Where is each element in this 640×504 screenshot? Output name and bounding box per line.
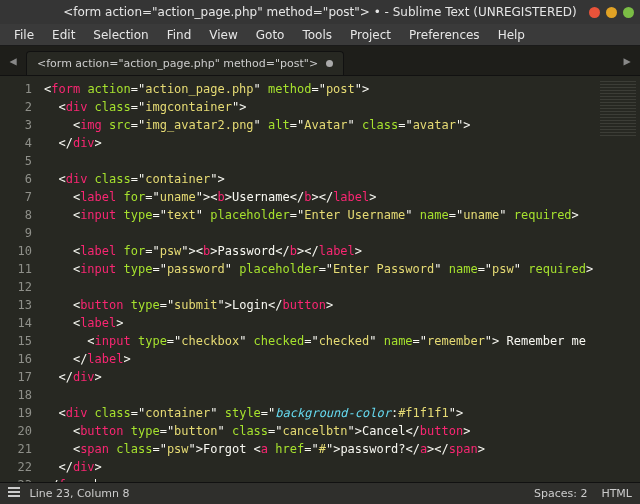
code-line[interactable] bbox=[44, 224, 596, 242]
code-line[interactable]: <input type="text" placeholder="Enter Us… bbox=[44, 206, 596, 224]
line-number: 3 bbox=[12, 116, 32, 134]
menu-item-goto[interactable]: Goto bbox=[248, 26, 293, 44]
line-number: 1 bbox=[12, 80, 32, 98]
menu-icon[interactable] bbox=[8, 487, 20, 500]
code-line[interactable] bbox=[44, 278, 596, 296]
editor[interactable]: 1234567891011121314151617181920212223 <f… bbox=[0, 76, 640, 482]
code-line[interactable]: <button type="submit">Login</button> bbox=[44, 296, 596, 314]
code-line[interactable]: <div class="container"> bbox=[44, 170, 596, 188]
menu-item-help[interactable]: Help bbox=[490, 26, 533, 44]
code-line[interactable]: <img src="img_avatar2.png" alt="Avatar" … bbox=[44, 116, 596, 134]
code-area[interactable]: <form action="action_page.php" method="p… bbox=[40, 76, 596, 482]
status-right: Spaces: 2 HTML bbox=[534, 487, 632, 500]
status-bar: Line 23, Column 8 Spaces: 2 HTML bbox=[0, 482, 640, 504]
line-number: 8 bbox=[12, 206, 32, 224]
line-number: 11 bbox=[12, 260, 32, 278]
line-number: 4 bbox=[12, 134, 32, 152]
code-line[interactable]: <div class="container" style="background… bbox=[44, 404, 596, 422]
line-number: 14 bbox=[12, 314, 32, 332]
status-left: Line 23, Column 8 bbox=[8, 487, 130, 501]
line-number: 15 bbox=[12, 332, 32, 350]
status-syntax[interactable]: HTML bbox=[601, 487, 632, 500]
window-title: <form action="action_page.php" method="p… bbox=[63, 5, 577, 19]
line-number: 9 bbox=[12, 224, 32, 242]
close-icon[interactable] bbox=[589, 7, 600, 18]
line-number: 20 bbox=[12, 422, 32, 440]
line-number: 22 bbox=[12, 458, 32, 476]
code-line[interactable]: </label> bbox=[44, 350, 596, 368]
menu-item-tools[interactable]: Tools bbox=[294, 26, 340, 44]
code-line[interactable] bbox=[44, 152, 596, 170]
line-number: 13 bbox=[12, 296, 32, 314]
title-bar: <form action="action_page.php" method="p… bbox=[0, 0, 640, 24]
line-number: 16 bbox=[12, 350, 32, 368]
menu-bar: FileEditSelectionFindViewGotoToolsProjec… bbox=[0, 24, 640, 46]
menu-item-find[interactable]: Find bbox=[159, 26, 200, 44]
tab-label: <form action="action_page.php" method="p… bbox=[37, 57, 318, 70]
line-number: 7 bbox=[12, 188, 32, 206]
window-buttons bbox=[589, 7, 634, 18]
line-number: 17 bbox=[12, 368, 32, 386]
code-line[interactable]: <label> bbox=[44, 314, 596, 332]
tab[interactable]: <form action="action_page.php" method="p… bbox=[26, 51, 344, 75]
line-number: 12 bbox=[12, 278, 32, 296]
minimap[interactable] bbox=[596, 76, 640, 482]
line-number: 19 bbox=[12, 404, 32, 422]
code-line[interactable]: <span class="psw">Forgot <a href="#">pas… bbox=[44, 440, 596, 458]
code-line[interactable]: <label for="psw"><b>Password</b></label> bbox=[44, 242, 596, 260]
code-line[interactable]: </form> bbox=[44, 476, 596, 482]
code-line[interactable]: <div class="imgcontainer"> bbox=[44, 98, 596, 116]
line-number: 23 bbox=[12, 476, 32, 482]
status-spaces[interactable]: Spaces: 2 bbox=[534, 487, 587, 500]
line-number: 10 bbox=[12, 242, 32, 260]
line-number: 5 bbox=[12, 152, 32, 170]
minimize-icon[interactable] bbox=[606, 7, 617, 18]
code-line[interactable]: <input type="password" placeholder="Ente… bbox=[44, 260, 596, 278]
maximize-icon[interactable] bbox=[623, 7, 634, 18]
menu-item-edit[interactable]: Edit bbox=[44, 26, 83, 44]
menu-item-file[interactable]: File bbox=[6, 26, 42, 44]
menu-item-project[interactable]: Project bbox=[342, 26, 399, 44]
gutter: 1234567891011121314151617181920212223 bbox=[0, 76, 40, 482]
line-number: 21 bbox=[12, 440, 32, 458]
menu-item-view[interactable]: View bbox=[201, 26, 245, 44]
code-line[interactable]: <label for="uname"><b>Username</b></labe… bbox=[44, 188, 596, 206]
code-line[interactable]: </div> bbox=[44, 458, 596, 476]
cursor-position: Line 23, Column 8 bbox=[30, 487, 130, 500]
line-number: 18 bbox=[12, 386, 32, 404]
menu-item-preferences[interactable]: Preferences bbox=[401, 26, 488, 44]
code-line[interactable]: <button type="button" class="cancelbtn">… bbox=[44, 422, 596, 440]
line-number: 6 bbox=[12, 170, 32, 188]
code-line[interactable]: <form action="action_page.php" method="p… bbox=[44, 80, 596, 98]
menu-item-selection[interactable]: Selection bbox=[85, 26, 156, 44]
code-line[interactable] bbox=[44, 386, 596, 404]
code-line[interactable]: </div> bbox=[44, 134, 596, 152]
code-line[interactable]: </div> bbox=[44, 368, 596, 386]
tab-scroll-right[interactable]: ▶ bbox=[618, 52, 636, 70]
tab-bar: ◀ <form action="action_page.php" method=… bbox=[0, 46, 640, 76]
line-number: 2 bbox=[12, 98, 32, 116]
tab-dirty-icon bbox=[326, 60, 333, 67]
tab-scroll-left[interactable]: ◀ bbox=[4, 52, 22, 70]
code-line[interactable]: <input type="checkbox" checked="checked"… bbox=[44, 332, 596, 350]
